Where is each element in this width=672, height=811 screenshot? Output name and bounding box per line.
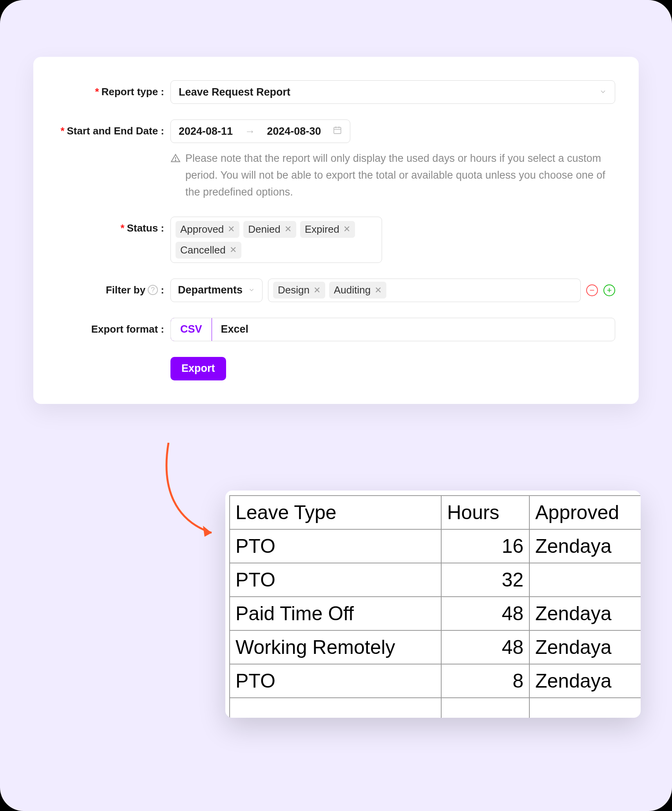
end-date-value: 2024-08-30 bbox=[267, 125, 321, 138]
close-icon[interactable]: ✕ bbox=[284, 224, 292, 234]
row-filter-by: Filter by ? : Departments Design✕ Auditi… bbox=[57, 279, 615, 302]
report-form-card: *Report type : Leave Request Report *Sta… bbox=[33, 57, 639, 404]
table-header-row: Leave Type Hours Approved bbox=[230, 496, 641, 529]
row-status: *Status : Approved✕ Denied✕ Expired✕ Can… bbox=[57, 217, 615, 263]
close-icon[interactable]: ✕ bbox=[228, 224, 235, 234]
filter-dimension-select[interactable]: Departments bbox=[170, 279, 263, 302]
date-range-helper: Please note that the report will only di… bbox=[170, 150, 615, 201]
status-tag: Cancelled✕ bbox=[176, 242, 241, 259]
filter-values-multiselect[interactable]: Design✕ Auditing✕ bbox=[268, 279, 581, 302]
start-date-value: 2024-08-11 bbox=[179, 125, 233, 138]
table-row: PTO 16 Zendaya bbox=[230, 529, 641, 563]
row-export-format: Export format : CSV Excel bbox=[57, 318, 615, 341]
col-header-leave-type: Leave Type bbox=[230, 496, 441, 529]
help-icon[interactable]: ? bbox=[148, 285, 158, 295]
close-icon[interactable]: ✕ bbox=[375, 285, 382, 295]
table-row: PTO 8 Zendaya bbox=[230, 664, 641, 698]
arrow-right-icon: → bbox=[245, 125, 255, 138]
page-background: *Report type : Leave Request Report *Sta… bbox=[0, 0, 672, 811]
filter-tag: Design✕ bbox=[273, 282, 325, 299]
svg-marker-6 bbox=[203, 526, 212, 537]
chevron-down-icon bbox=[599, 86, 607, 98]
chevron-down-icon bbox=[248, 284, 255, 296]
status-tag: Denied✕ bbox=[243, 221, 296, 238]
col-header-approved: Approved bbox=[529, 496, 641, 529]
close-icon[interactable]: ✕ bbox=[313, 285, 321, 295]
label-date-range: *Start and End Date : bbox=[57, 119, 170, 137]
export-format-csv[interactable]: CSV bbox=[170, 318, 212, 341]
export-button[interactable]: Export bbox=[170, 357, 226, 380]
label-export-format: Export format : bbox=[57, 318, 170, 335]
label-filter-by: Filter by ? : bbox=[57, 279, 170, 296]
filter-tag: Auditing✕ bbox=[329, 282, 386, 299]
table-row: Paid Time Off 48 Zendaya bbox=[230, 597, 641, 630]
report-type-value: Leave Request Report bbox=[179, 86, 290, 98]
row-report-type: *Report type : Leave Request Report bbox=[57, 80, 615, 104]
arrow-connector-icon bbox=[153, 443, 231, 552]
remove-filter-button[interactable]: − bbox=[586, 284, 598, 296]
table-row bbox=[230, 698, 641, 718]
export-format-radio-group: CSV Excel bbox=[170, 318, 615, 341]
calendar-icon bbox=[333, 125, 342, 138]
label-report-type: *Report type : bbox=[57, 80, 170, 98]
status-multiselect[interactable]: Approved✕ Denied✕ Expired✕ Cancelled✕ bbox=[170, 217, 382, 263]
date-range-picker[interactable]: 2024-08-11 → 2024-08-30 bbox=[170, 119, 350, 143]
close-icon[interactable]: ✕ bbox=[343, 224, 350, 234]
row-date-range: *Start and End Date : 2024-08-11 → 2024-… bbox=[57, 119, 615, 201]
close-icon[interactable]: ✕ bbox=[230, 245, 237, 255]
col-header-hours: Hours bbox=[441, 496, 529, 529]
svg-point-5 bbox=[175, 160, 176, 161]
report-preview-card: Leave Type Hours Approved PTO 16 Zendaya… bbox=[225, 491, 641, 718]
status-tag: Expired✕ bbox=[300, 221, 355, 238]
svg-rect-0 bbox=[334, 127, 341, 134]
table-row: PTO 32 bbox=[230, 563, 641, 597]
status-tag: Approved✕ bbox=[176, 221, 239, 238]
add-filter-button[interactable]: + bbox=[603, 284, 615, 296]
report-table: Leave Type Hours Approved PTO 16 Zendaya… bbox=[229, 495, 641, 718]
export-format-excel[interactable]: Excel bbox=[212, 318, 258, 341]
table-row: Working Remotely 48 Zendaya bbox=[230, 630, 641, 664]
row-export-button: Export bbox=[57, 357, 615, 380]
label-status: *Status : bbox=[57, 217, 170, 234]
report-type-select[interactable]: Leave Request Report bbox=[170, 80, 615, 104]
warning-icon bbox=[170, 152, 181, 168]
